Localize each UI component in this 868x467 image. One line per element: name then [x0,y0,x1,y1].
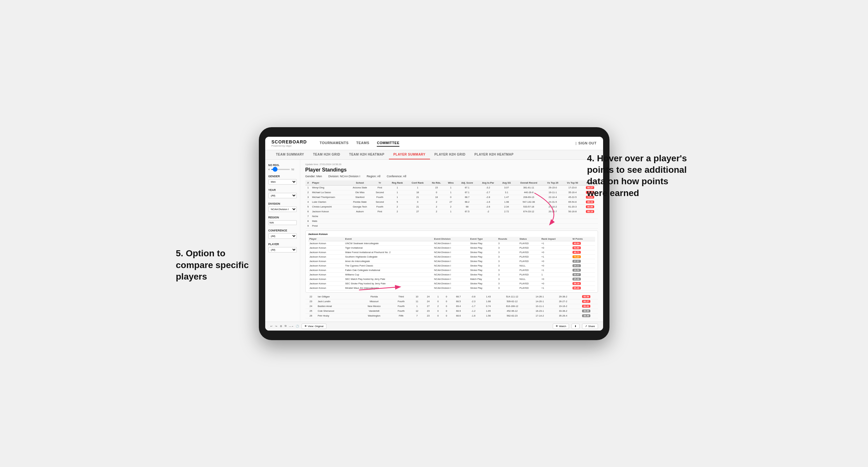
view-icon: 👁 [304,325,307,328]
sign-out-link[interactable]: Sign out [578,140,596,146]
sidebar-no-rds-slider[interactable] [271,169,290,170]
col-record: Overall Record [515,180,543,186]
view-original-button[interactable]: 👁 View: Original [302,323,327,329]
nav-item-tournaments[interactable]: TOURNAMENTS [320,139,349,147]
sub-nav: TEAM SUMMARY TEAM H2H GRID TEAM H2H HEAT… [265,150,603,160]
watch-button[interactable]: 👁 Watch [553,323,569,329]
sidebar-no-rds-range: 4 52 [269,168,297,171]
table-row[interactable]: 1Wenyi DingArizona StateFirst1115167.1-3… [305,185,598,190]
annotation-bottom-left: 5. Option to compare specific players [176,248,265,282]
sidebar: No Rds. 4 52 Gender Men [265,160,300,322]
table-row[interactable]: 4Luke ClantonFlorida StateSecond5322768.… [305,199,598,204]
hover-col-status: Status [518,237,540,241]
nav-right: | Sign out [576,140,596,146]
sidebar-gender-label: Gender [269,175,297,178]
hover-col-rounds: Rounds [497,237,518,241]
table-row[interactable]: 9Prest [305,223,598,228]
sub-nav-team-summary[interactable]: TEAM SUMMARY [272,150,309,159]
sidebar-division-label: Division [269,202,297,205]
table-row[interactable]: 23Jack LundinMissouriFourth11240068.5-2.… [305,299,598,304]
standings-table: # Player School Yr Reg Rank Conf Rank No… [305,180,598,228]
table-row[interactable]: 3Michael ThorbjornsenStanfordFourth12118… [305,195,598,199]
logo-area: SCOREBOARD Powered by clippi [272,139,307,147]
col-vs-top25: Vs Top 25 [543,180,563,186]
hover-table-row: Jackson KoivunTiger InvitationalNCAA Div… [308,245,595,250]
sub-nav-player-h2h-heatmap[interactable]: PLAYER H2H HEATMAP [470,150,518,159]
col-vs-top50: Vs Top 50 [563,180,582,186]
hover-col-points: W Points [571,237,595,241]
toolbar-settings-icon[interactable]: ⚙ [280,325,282,328]
sidebar-division: Division NCAA Division I [269,202,297,212]
toolbar-redo-icon[interactable]: ↪ [275,325,277,328]
sidebar-region-label: Region [269,216,297,219]
nav-item-committee[interactable]: COMMITTEE [377,139,399,147]
nav-item-teams[interactable]: TEAMS [356,139,369,147]
hover-table-row: Jackson KoivunWilliams CupNCAA Division … [308,272,595,277]
sidebar-year-select[interactable]: (All) [269,193,297,198]
hover-table-row: Jackson KoivunThe Cypress Point ClassicN… [308,263,595,268]
filter-region: Region: All [367,175,380,178]
hover-col-type: Event Type [469,237,497,241]
sidebar-conference: Conference (All) [269,229,297,239]
tablet-screen: SCOREBOARD Powered by clippi TOURNAMENTS… [265,137,603,331]
sidebar-year: Year (All) [269,188,297,198]
sidebar-player-label: Player [269,243,297,246]
col-reg-rank: Reg Rank [388,180,407,186]
sidebar-player-select[interactable]: (All) [269,247,297,252]
sub-nav-team-h2h-grid[interactable]: TEAM H2H GRID [309,150,345,159]
table-row[interactable]: 6Jackson KoivunAuburnFirst2272167.5-22.7… [305,209,598,214]
col-player: Player [311,180,348,186]
toolbar-copy-icon[interactable]: ⧉ [285,324,286,328]
sub-nav-team-h2h-heatmap[interactable]: TEAM H2H HEATMAP [345,150,389,159]
table-row[interactable]: 5Christo LamprechtGeorgia TechFourth2212… [305,204,598,209]
watch-icon: 👁 [556,325,558,328]
hover-table-row: Jackson KoivunSEC Match Play hosted by J… [308,277,595,281]
filter-division: Division: NCAA Division I [328,175,360,178]
col-no-rds: No Rds. [428,180,445,186]
sidebar-conference-label: Conference [269,229,297,232]
hover-table-row: Jackson KoivunSEC Stroke Play hosted by … [308,281,595,286]
sidebar-no-rds: No Rds. 4 52 [269,163,297,171]
hover-col-event: Event [344,237,433,241]
standings-title: Player Standings [305,167,598,173]
toolbar-clock-icon[interactable]: 🕐 [296,325,299,328]
table-row[interactable]: 7Niche [305,214,598,219]
share-button[interactable]: ↗ Share [582,323,598,329]
bottom-toolbar: ↩ ↪ ⚙ ⧉ — • 🕐 👁 View: Original 👁 Watch ⬇ [265,322,603,331]
col-yr: Yr [372,180,387,186]
hover-player-name: Jackson Koivun [308,233,328,236]
table-row[interactable]: 25Cole SherwoodVanderbiltFourth12230068.… [305,309,598,313]
sidebar-gender-select[interactable]: Men [269,179,297,185]
sidebar-conference-select[interactable]: (All) [269,234,297,239]
toolbar-undo-icon[interactable]: ↩ [270,325,273,328]
main-content: No Rds. 4 52 Gender Men [265,160,603,322]
sub-nav-player-h2h-grid[interactable]: PLAYER H2H GRID [430,150,470,159]
hover-col-division: Event Division [433,237,469,241]
share-icon: ↗ [585,325,587,328]
table-row[interactable]: 8Mats [305,219,598,223]
sidebar-division-select[interactable]: NCAA Division I [269,207,297,212]
sidebar-year-label: Year [269,188,297,192]
annotation-top-right: 4. Hover over a player's points to see a… [587,153,689,199]
sidebar-no-rds-label: No Rds. [269,163,297,167]
hover-table: Player Event Event Division Event Type R… [308,237,595,290]
download-button[interactable]: ⬇ [571,323,580,329]
nav-bar: SCOREBOARD Powered by clippi TOURNAMENTS… [265,137,603,150]
filter-conference: Conference: All [387,175,406,178]
col-school: School [348,180,372,186]
sidebar-gender: Gender Men [269,175,297,185]
col-avg-sg: Avg SG [499,180,515,186]
sidebar-region: Region [269,216,297,225]
sidebar-region-input[interactable] [269,220,297,225]
hover-table-row: Jackson KoivunFallen Oak Collegiate Invi… [308,268,595,272]
table-row[interactable]: 22Ian GilliganFloridaThird10241068.7-0.8… [305,294,598,299]
table-row[interactable]: 26Petr HrubyWashingtonFifth7230068.6-1.6… [305,313,598,318]
update-time: Update time: 27/01/2024 16:56:26 [305,163,598,166]
table-row[interactable]: 2Michael La SassoOle MissSecond1180167.1… [305,190,598,195]
table-row[interactable]: 24Bastien AmatNew MexicoFourth1272069.4-… [305,304,598,309]
content-area: Update time: 27/01/2024 16:56:26 Player … [300,160,603,322]
sidebar-no-rds-max: 52 [291,168,294,171]
nav-items: TOURNAMENTS TEAMS COMMITTEE [320,139,399,147]
hover-section: Jackson Koivun Player Event Event Divisi… [305,230,598,292]
sub-nav-player-summary[interactable]: PLAYER SUMMARY [389,150,430,159]
